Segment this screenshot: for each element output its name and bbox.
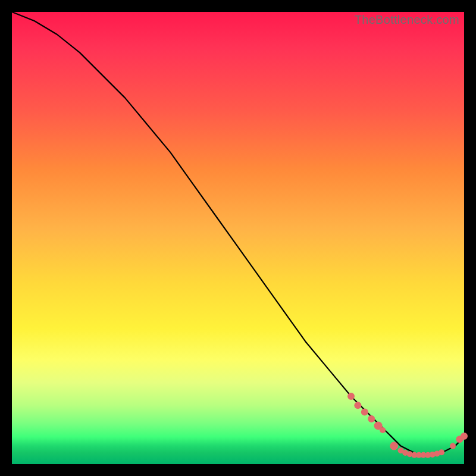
data-point [347,393,355,400]
data-point [354,402,361,409]
data-point [361,409,368,416]
plot-area: TheBottleneck.com [12,12,464,464]
data-point [380,427,386,433]
bottleneck-curve [12,12,464,455]
data-point [368,415,375,422]
chart-frame: TheBottleneck.com [0,0,476,476]
curve-layer [12,12,464,464]
data-point [439,449,444,455]
data-point [390,442,398,450]
data-point [461,433,468,440]
data-point [450,443,456,449]
